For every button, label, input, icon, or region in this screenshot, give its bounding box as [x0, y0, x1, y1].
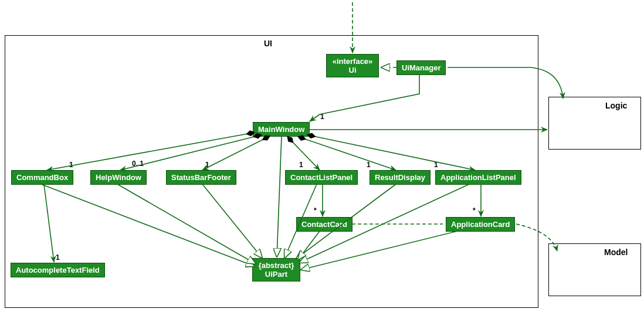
edge-appcard-uipart	[301, 231, 457, 270]
edge-resultdisplay-uipart	[296, 184, 396, 259]
edge-uimanager-to-logic	[448, 67, 563, 99]
edge-uimanager-to-mainwindow	[310, 74, 419, 121]
edge-contactcard-uipart	[298, 231, 320, 260]
edge-mw-commandbox	[47, 133, 255, 170]
edge-cmdbox-uipart	[41, 184, 255, 266]
diagram-edges: Model (dashed dependency via Application…	[0, 0, 644, 312]
edge-statusbar-uipart	[202, 184, 262, 258]
edge-mw-helpwindow	[120, 135, 262, 170]
edge-mw-alp	[307, 135, 475, 170]
edge-cmdbox-autotf	[44, 184, 54, 262]
edge-contactcard-model-b	[516, 224, 557, 251]
edge-mw-resultdisplay	[298, 137, 396, 170]
edge-mw-clp	[287, 137, 320, 170]
edge-mw-uipart	[277, 137, 282, 257]
edge-alp-uipart	[299, 184, 469, 263]
